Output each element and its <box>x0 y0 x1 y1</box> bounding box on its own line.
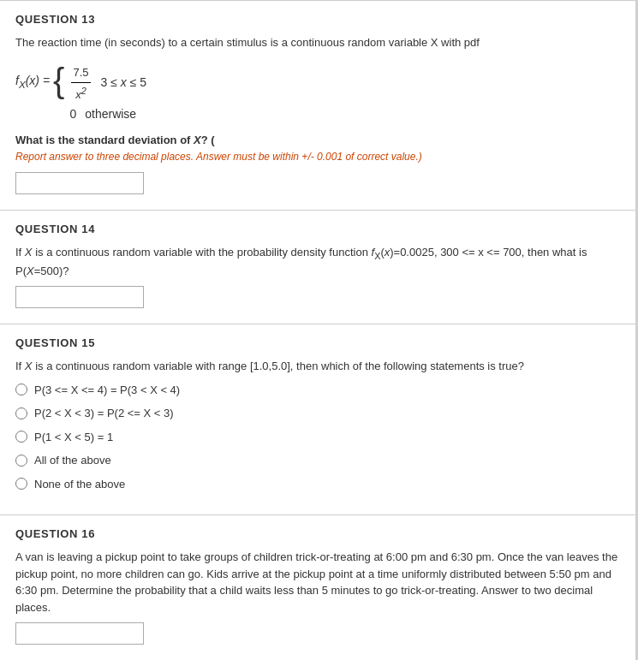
q15-option-2[interactable]: P(2 < X < 3) = P(2 <= X < 3) <box>15 405 620 422</box>
piecewise-case-2: 0 otherwise <box>69 104 146 125</box>
q16-answer-input[interactable] <box>15 622 144 645</box>
question-16-block: QUESTION 16 A van is leaving a pickup po… <box>0 514 635 660</box>
q15-option-2-label: P(2 < X < 3) = P(2 <= X < 3) <box>34 405 174 422</box>
q15-radio-5[interactable] <box>15 478 27 490</box>
prompt-italic: Report answer to three decimal places. A… <box>15 151 422 163</box>
q15-option-5[interactable]: None of the above <box>15 476 620 493</box>
q15-radio-1[interactable] <box>15 384 27 395</box>
question-15-body: If X is a continuous random variable wit… <box>15 358 620 492</box>
question-16-body: A van is leaving a pickup point to take … <box>15 549 620 645</box>
question-13-intro: The reaction time (in seconds) to a cert… <box>15 34 620 51</box>
piecewise-cases: 7.5 x2 3 ≤ x ≤ 5 0 otherwise <box>69 63 146 125</box>
q14-answer-input[interactable] <box>15 286 144 308</box>
question-14-title: QUESTION 14 <box>15 223 620 235</box>
question-13-prompt: What is the standard deviation of X? ( R… <box>15 132 620 165</box>
q15-option-4[interactable]: All of the above <box>15 452 620 469</box>
q15-options: P(3 <= X <= 4) = P(3 < X < 4) P(2 < X < … <box>15 382 620 493</box>
case-1-condition: 3 ≤ x ≤ 5 <box>101 73 147 93</box>
function-label: fX(x) = <box>15 72 50 92</box>
q15-option-5-label: None of the above <box>34 476 125 493</box>
q15-option-4-label: All of the above <box>34 452 111 469</box>
q15-option-3[interactable]: P(1 < X < 5) = 1 <box>15 429 620 446</box>
question-16-text: A van is leaving a pickup point to take … <box>15 549 620 616</box>
question-15-text: If X is a continuous random variable wit… <box>15 358 620 375</box>
case-2-condition: otherwise <box>85 104 136 125</box>
question-14-body: If X is a continuous random variable wit… <box>15 244 620 308</box>
q15-option-3-label: P(1 < X < 5) = 1 <box>34 429 113 446</box>
q15-option-1[interactable]: P(3 <= X <= 4) = P(3 < X < 4) <box>15 382 620 399</box>
question-16-title: QUESTION 16 <box>15 527 620 540</box>
prompt-bold: What is the standard deviation of X? ( <box>15 134 215 146</box>
question-13-body: The reaction time (in seconds) to a cert… <box>15 34 620 194</box>
q15-radio-2[interactable] <box>15 407 27 419</box>
q15-radio-3[interactable] <box>15 431 27 443</box>
case-2-expr: 0 <box>69 104 76 125</box>
question-13-block: QUESTION 13 The reaction time (in second… <box>0 0 635 210</box>
piecewise-function: fX(x) = { 7.5 x2 3 ≤ x ≤ 5 0 <box>15 63 146 125</box>
brace-symbol: { <box>53 63 64 98</box>
q15-option-1-label: P(3 <= X <= 4) = P(3 < X < 4) <box>34 382 180 399</box>
piecewise-case-1: 7.5 x2 3 ≤ x ≤ 5 <box>69 63 146 105</box>
question-14-block: QUESTION 14 If X is a continuous random … <box>0 210 635 324</box>
question-13-title: QUESTION 13 <box>15 13 620 26</box>
case-1-expr: 7.5 x2 <box>69 63 92 105</box>
q13-answer-input[interactable] <box>15 172 144 194</box>
question-14-text: If X is a continuous random variable wit… <box>15 244 620 279</box>
question-15-block: QUESTION 15 If X is a continuous random … <box>0 324 635 514</box>
q15-radio-4[interactable] <box>15 455 27 467</box>
question-15-title: QUESTION 15 <box>15 336 620 349</box>
